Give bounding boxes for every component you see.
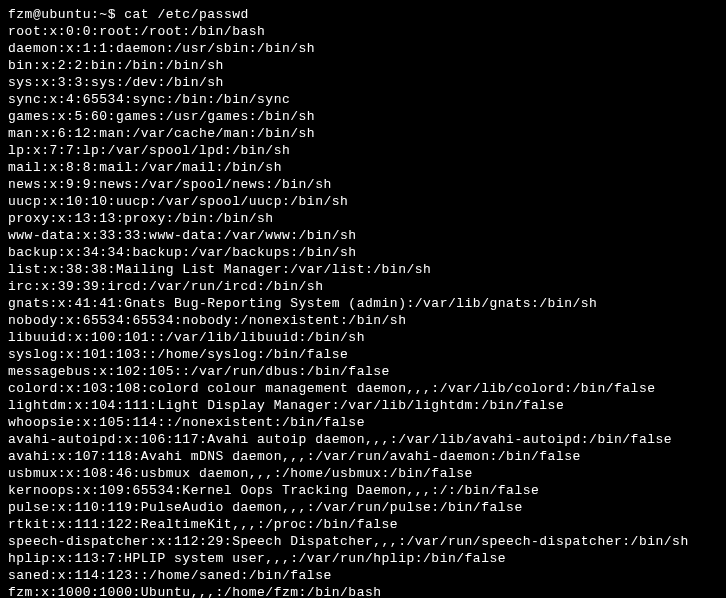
prompt-path: ~ — [99, 7, 107, 22]
output-line: backup:x:34:34:backup:/var/backups:/bin/… — [8, 244, 718, 261]
output-line: lp:x:7:7:lp:/var/spool/lpd:/bin/sh — [8, 142, 718, 159]
output-line: nobody:x:65534:65534:nobody:/nonexistent… — [8, 312, 718, 329]
prompt-symbol: $ — [108, 7, 116, 22]
output-line: www-data:x:33:33:www-data:/var/www:/bin/… — [8, 227, 718, 244]
output-line: sys:x:3:3:sys:/dev:/bin/sh — [8, 74, 718, 91]
output-line: rtkit:x:111:122:RealtimeKit,,,:/proc:/bi… — [8, 516, 718, 533]
output-line: whoopsie:x:105:114::/nonexistent:/bin/fa… — [8, 414, 718, 431]
output-line: games:x:5:60:games:/usr/games:/bin/sh — [8, 108, 718, 125]
command-text: cat /etc/passwd — [124, 7, 249, 22]
output-line: fzm:x:1000:1000:Ubuntu,,,:/home/fzm:/bin… — [8, 584, 718, 598]
output-line: libuuid:x:100:101::/var/lib/libuuid:/bin… — [8, 329, 718, 346]
output-line: bin:x:2:2:bin:/bin:/bin/sh — [8, 57, 718, 74]
output-line: daemon:x:1:1:daemon:/usr/sbin:/bin/sh — [8, 40, 718, 57]
output-line: gnats:x:41:41:Gnats Bug-Reporting System… — [8, 295, 718, 312]
output-line: hplip:x:113:7:HPLIP system user,,,:/var/… — [8, 550, 718, 567]
prompt-user-host: fzm@ubuntu — [8, 7, 91, 22]
output-line: speech-dispatcher:x:112:29:Speech Dispat… — [8, 533, 718, 550]
output-line: syslog:x:101:103::/home/syslog:/bin/fals… — [8, 346, 718, 363]
output-line: uucp:x:10:10:uucp:/var/spool/uucp:/bin/s… — [8, 193, 718, 210]
prompt-line-start: fzm@ubuntu:~$ cat /etc/passwd — [8, 6, 718, 23]
output-line: colord:x:103:108:colord colour managemen… — [8, 380, 718, 397]
output-line: mail:x:8:8:mail:/var/mail:/bin/sh — [8, 159, 718, 176]
output-line: news:x:9:9:news:/var/spool/news:/bin/sh — [8, 176, 718, 193]
output-line: man:x:6:12:man:/var/cache/man:/bin/sh — [8, 125, 718, 142]
output-line: list:x:38:38:Mailing List Manager:/var/l… — [8, 261, 718, 278]
output-container: root:x:0:0:root:/root:/bin/bashdaemon:x:… — [8, 23, 718, 598]
output-line: pulse:x:110:119:PulseAudio daemon,,,:/va… — [8, 499, 718, 516]
output-line: root:x:0:0:root:/root:/bin/bash — [8, 23, 718, 40]
terminal-container[interactable]: fzm@ubuntu:~$ cat /etc/passwd root:x:0:0… — [8, 6, 718, 598]
output-line: kernoops:x:109:65534:Kernel Oops Trackin… — [8, 482, 718, 499]
output-line: messagebus:x:102:105::/var/run/dbus:/bin… — [8, 363, 718, 380]
output-line: irc:x:39:39:ircd:/var/run/ircd:/bin/sh — [8, 278, 718, 295]
output-line: proxy:x:13:13:proxy:/bin:/bin/sh — [8, 210, 718, 227]
output-line: avahi:x:107:118:Avahi mDNS daemon,,,:/va… — [8, 448, 718, 465]
output-line: avahi-autoipd:x:106:117:Avahi autoip dae… — [8, 431, 718, 448]
output-line: usbmux:x:108:46:usbmux daemon,,,:/home/u… — [8, 465, 718, 482]
output-line: saned:x:114:123::/home/saned:/bin/false — [8, 567, 718, 584]
output-line: sync:x:4:65534:sync:/bin:/bin/sync — [8, 91, 718, 108]
output-line: lightdm:x:104:111:Light Display Manager:… — [8, 397, 718, 414]
